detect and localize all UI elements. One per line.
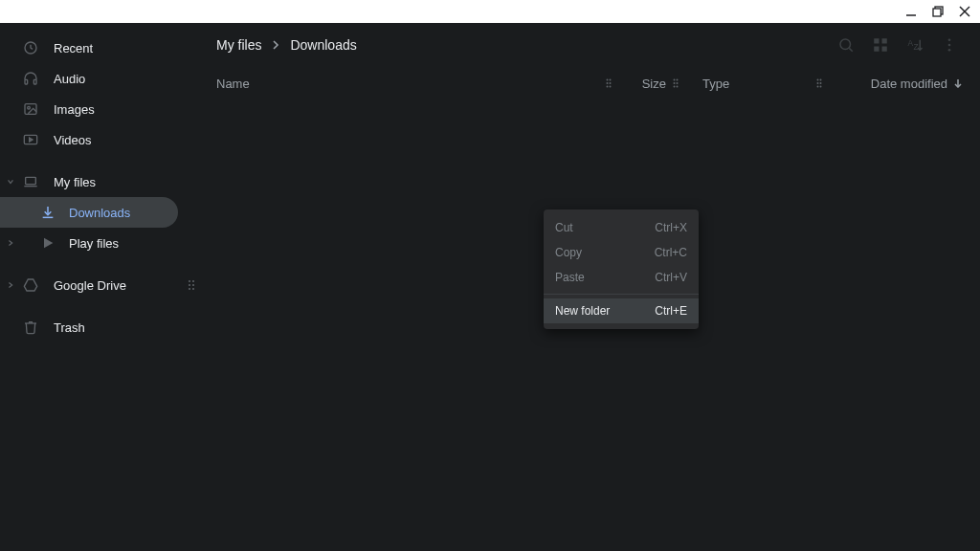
svg-rect-6	[25, 79, 28, 84]
svg-point-36	[610, 79, 612, 81]
svg-rect-27	[874, 47, 879, 52]
breadcrumb-current[interactable]: Downloads	[290, 37, 356, 53]
svg-point-21	[189, 288, 190, 290]
svg-point-51	[817, 86, 819, 88]
svg-point-23	[840, 39, 851, 50]
menu-item-shortcut: Ctrl+C	[655, 246, 687, 259]
minimize-button[interactable]	[903, 4, 919, 19]
svg-marker-16	[24, 279, 36, 291]
sidebar-item-label: Play files	[69, 236, 119, 251]
sidebar-item-images[interactable]: Images	[0, 94, 199, 124]
svg-point-20	[192, 284, 194, 286]
column-size-header[interactable]: Size	[642, 77, 666, 91]
svg-line-24	[849, 48, 852, 51]
sidebar-item-label: Recent	[54, 41, 93, 55]
table-header: Name Size Type Date modified	[199, 67, 980, 99]
view-toggle-button[interactable]	[867, 32, 894, 58]
svg-point-33	[948, 44, 951, 47]
svg-text:Z: Z	[914, 43, 919, 52]
sidebar-item-label: Downloads	[69, 206, 130, 220]
svg-point-45	[674, 86, 676, 88]
chevron-right-icon	[6, 238, 15, 248]
svg-point-43	[674, 82, 676, 84]
window-controls	[896, 0, 980, 23]
sidebar-item-label: Google Drive	[54, 278, 126, 293]
svg-point-37	[607, 82, 609, 84]
svg-point-50	[820, 82, 822, 84]
sidebar-item-my-files[interactable]: My files	[0, 166, 199, 197]
svg-point-18	[192, 280, 194, 282]
laptop-icon	[21, 172, 40, 191]
sidebar-resize-handle-icon[interactable]	[188, 279, 195, 291]
sidebar-item-downloads[interactable]: Downloads	[0, 197, 178, 228]
main-panel: My files Downloads AZ Name	[199, 23, 980, 551]
svg-point-48	[820, 79, 822, 81]
column-type-header[interactable]: Type	[702, 77, 729, 91]
close-button[interactable]	[957, 4, 972, 19]
svg-point-17	[189, 280, 190, 282]
svg-point-38	[610, 82, 612, 84]
context-menu-copy[interactable]: Copy Ctrl+C	[544, 240, 699, 265]
svg-marker-11	[30, 138, 33, 142]
app-root: Recent Audio Images Videos	[0, 23, 980, 551]
sort-button[interactable]: AZ	[902, 32, 928, 58]
video-icon	[21, 130, 40, 149]
breadcrumb-root[interactable]: My files	[216, 37, 261, 53]
svg-point-49	[817, 82, 819, 84]
svg-point-32	[948, 38, 951, 41]
menu-item-label: Cut	[555, 221, 573, 234]
svg-rect-25	[874, 38, 879, 43]
svg-rect-12	[26, 177, 36, 184]
menu-separator	[544, 294, 699, 295]
download-icon	[38, 203, 57, 222]
breadcrumb: My files Downloads	[216, 37, 357, 53]
menu-item-label: New folder	[555, 304, 610, 318]
column-name-header[interactable]: Name	[216, 77, 250, 91]
column-resize-handle-icon[interactable]	[605, 77, 612, 89]
sidebar-item-label: Videos	[54, 133, 92, 147]
menu-item-shortcut: Ctrl+E	[655, 304, 687, 318]
image-icon	[21, 99, 40, 119]
sidebar-item-play-files[interactable]: Play files	[0, 228, 199, 258]
titlebar-background	[0, 0, 980, 23]
svg-point-41	[674, 79, 676, 81]
more-options-button[interactable]	[936, 32, 963, 58]
svg-point-44	[677, 82, 679, 84]
svg-point-34	[948, 49, 951, 52]
sidebar-item-label: Trash	[54, 320, 85, 335]
sidebar-item-audio[interactable]: Audio	[0, 63, 199, 94]
drive-icon	[21, 276, 40, 295]
svg-marker-15	[44, 238, 53, 249]
chevron-right-icon	[6, 280, 15, 290]
context-menu: Cut Ctrl+X Copy Ctrl+C Paste Ctrl+V New …	[544, 209, 699, 329]
chevron-down-icon	[6, 177, 15, 187]
sidebar-item-label: My files	[54, 175, 96, 189]
column-resize-handle-icon[interactable]	[672, 77, 679, 89]
menu-item-label: Copy	[555, 246, 582, 259]
sidebar: Recent Audio Images Videos	[0, 23, 199, 551]
sidebar-item-recent[interactable]: Recent	[0, 33, 199, 63]
sidebar-item-label: Audio	[54, 72, 85, 86]
sidebar-item-google-drive[interactable]: Google Drive	[0, 270, 199, 300]
sidebar-item-trash[interactable]: Trash	[0, 312, 199, 342]
context-menu-paste[interactable]: Paste Ctrl+V	[544, 265, 699, 290]
column-date-header[interactable]: Date modified	[871, 77, 947, 91]
menu-item-shortcut: Ctrl+V	[655, 271, 687, 284]
search-button[interactable]	[833, 32, 859, 58]
svg-point-40	[610, 86, 612, 88]
svg-point-47	[817, 79, 819, 81]
sidebar-item-label: Images	[54, 102, 95, 117]
clock-icon	[21, 38, 40, 57]
column-resize-handle-icon[interactable]	[815, 77, 823, 89]
play-icon	[38, 233, 57, 253]
maximize-button[interactable]	[930, 4, 946, 19]
menu-item-shortcut: Ctrl+X	[655, 221, 687, 234]
context-menu-new-folder[interactable]: New folder Ctrl+E	[544, 298, 699, 323]
context-menu-cut[interactable]: Cut Ctrl+X	[544, 215, 699, 240]
trash-icon	[21, 318, 40, 337]
svg-rect-26	[882, 38, 887, 43]
svg-point-39	[607, 86, 609, 88]
svg-point-9	[28, 106, 31, 109]
sidebar-item-videos[interactable]: Videos	[0, 124, 199, 155]
chevron-right-icon	[271, 40, 280, 50]
